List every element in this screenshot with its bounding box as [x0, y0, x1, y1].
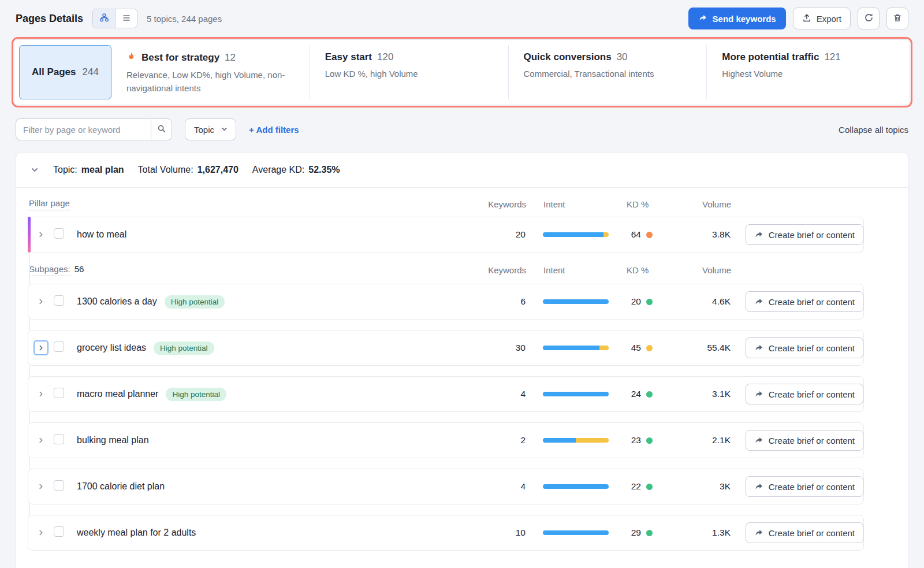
table-row: grocery list ideasHigh potential 30 45 5…	[28, 330, 864, 366]
create-brief-button[interactable]: Create brief or content	[746, 337, 863, 358]
row-checkbox[interactable]	[54, 526, 64, 537]
kd-dot	[646, 391, 653, 398]
kd-value: 22	[626, 481, 641, 492]
table-row: bulking meal plan 2 23 2.1K Create brief…	[28, 422, 864, 458]
keywords-count: 30	[474, 343, 526, 353]
high-potential-badge: High potential	[154, 341, 214, 355]
tab-easy-start[interactable]: Easy start 120 Low KD %, high Volume	[310, 45, 508, 99]
topic-header: Topic:meal plan Total Volume:1,627,470 A…	[16, 153, 908, 188]
add-filters-link[interactable]: + Add filters	[249, 125, 299, 135]
row-checkbox[interactable]	[54, 434, 64, 444]
expand-chevron[interactable]	[33, 294, 49, 309]
tab-all-pages[interactable]: All Pages 244	[19, 45, 111, 99]
table-row-pillar: how to meal 20 64 3.8K Create brief or c…	[28, 217, 864, 253]
tab-best-for-strategy[interactable]: Best for strategy 12 Relevance, Low KD%,…	[111, 45, 310, 99]
tab-more-potential-traffic[interactable]: More potential traffic 121 Highest Volum…	[706, 45, 905, 99]
flame-icon	[126, 51, 136, 64]
expand-chevron[interactable]	[33, 227, 49, 242]
create-brief-button[interactable]: Create brief or content	[746, 476, 863, 497]
tree-view-button[interactable]	[93, 9, 115, 28]
intent-bar	[543, 530, 609, 535]
refresh-button[interactable]	[858, 8, 880, 29]
keywords-count: 20	[474, 229, 526, 240]
create-brief-button[interactable]: Create brief or content	[746, 224, 863, 245]
search-button[interactable]	[151, 118, 172, 140]
kd-dot	[646, 484, 653, 490]
tab-quick-conversions[interactable]: Quick conversions 30 Commercial, Transac…	[508, 45, 707, 99]
collapse-all-topics-link[interactable]: Collapse all topics	[839, 125, 908, 135]
refresh-icon	[864, 13, 874, 24]
trash-icon	[893, 13, 902, 24]
search-input[interactable]	[16, 118, 151, 140]
col-kd: KD %	[619, 265, 670, 275]
kd-dot	[646, 530, 653, 536]
kd-value: 24	[626, 389, 641, 399]
topics-pages-summary: 5 topics, 244 pages	[147, 14, 222, 24]
keywords-count: 4	[474, 389, 526, 399]
volume-value: 3K	[670, 481, 731, 492]
create-brief-button[interactable]: Create brief or content	[746, 384, 863, 404]
expand-chevron[interactable]	[33, 433, 49, 448]
page-name: grocery list ideas	[77, 343, 146, 353]
create-brief-button[interactable]: Create brief or content	[746, 430, 863, 451]
kd-dot	[646, 299, 653, 305]
row-checkbox[interactable]	[54, 480, 64, 491]
col-intent: Intent	[526, 199, 619, 209]
pillar-columns-header: Pillar page Keywords Intent KD % Volume	[28, 191, 864, 217]
table-row: 1300 calories a dayHigh potential 6 20 4…	[28, 284, 864, 320]
intent-bar	[543, 299, 609, 304]
page-name: 1700 calorie diet plan	[77, 481, 165, 492]
keywords-count: 10	[474, 528, 526, 538]
kd-value: 29	[626, 528, 641, 538]
col-keywords: Keywords	[474, 199, 526, 209]
expand-chevron[interactable]	[33, 525, 49, 540]
topic-name: Topic:meal plan	[53, 165, 124, 175]
list-icon	[122, 13, 131, 24]
page-name: bulking meal plan	[77, 435, 149, 446]
intent-bar	[543, 484, 609, 489]
page-filter-tabs: All Pages 244 Best for strategy 12 Relev…	[14, 39, 910, 105]
kd-value: 23	[626, 435, 641, 446]
chevron-down-icon	[221, 125, 228, 135]
kd-value: 64	[626, 229, 641, 240]
search-group	[16, 118, 172, 140]
volume-value: 3.1K	[670, 389, 731, 399]
search-icon	[157, 124, 166, 135]
subpages-count: 56	[74, 264, 84, 274]
row-checkbox[interactable]	[54, 388, 64, 398]
kd-value: 20	[626, 296, 641, 307]
delete-button[interactable]	[886, 8, 908, 29]
expand-chevron[interactable]	[33, 479, 49, 494]
high-potential-badge: High potential	[166, 388, 226, 401]
topic-card: Topic:meal plan Total Volume:1,627,470 A…	[16, 152, 908, 568]
intent-bar	[543, 346, 609, 350]
list-view-button[interactable]	[115, 9, 137, 28]
intent-bar	[543, 392, 609, 396]
expand-chevron[interactable]	[33, 340, 49, 355]
keywords-count: 6	[474, 296, 526, 307]
volume-value: 55.4K	[670, 343, 731, 353]
sitemap-icon	[99, 13, 109, 24]
topic-average-kd: Average KD:52.35%	[252, 165, 340, 175]
row-checkbox[interactable]	[54, 295, 64, 306]
col-volume: Volume	[670, 265, 731, 275]
collapse-topic-chevron[interactable]	[30, 165, 39, 175]
intent-bar	[543, 232, 609, 237]
page-name: 1300 calories a day	[77, 296, 157, 307]
send-keywords-button[interactable]: Send keywords	[688, 8, 786, 29]
expand-chevron[interactable]	[33, 387, 49, 402]
create-brief-button[interactable]: Create brief or content	[746, 522, 863, 543]
row-checkbox[interactable]	[54, 341, 64, 352]
export-button[interactable]: Export	[793, 8, 851, 29]
high-potential-badge: High potential	[165, 295, 225, 309]
pages-table: Pillar page Keywords Intent KD % Volume …	[16, 188, 908, 551]
row-checkbox[interactable]	[54, 228, 64, 239]
kd-value: 45	[626, 343, 641, 353]
page-name: macro meal planner	[77, 389, 158, 399]
topic-dropdown[interactable]: Topic	[185, 118, 236, 140]
create-brief-button[interactable]: Create brief or content	[746, 291, 863, 312]
keywords-count: 4	[474, 481, 526, 492]
top-bar-actions: Send keywords Export	[688, 8, 908, 29]
keywords-count: 2	[474, 435, 526, 446]
col-keywords: Keywords	[474, 265, 526, 275]
